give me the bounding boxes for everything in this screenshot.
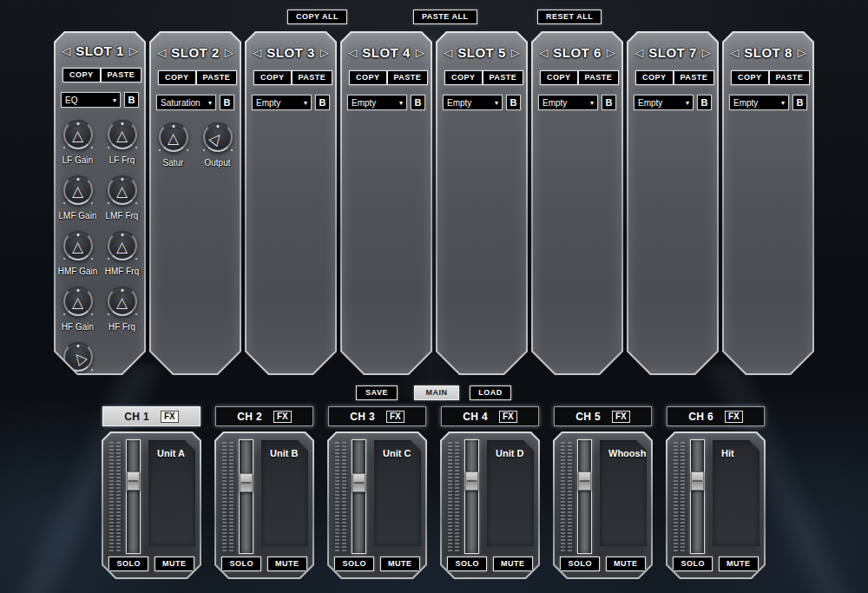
solo-button[interactable]: SOLO bbox=[334, 557, 374, 571]
channel-tab[interactable]: CH 1 FX bbox=[102, 406, 201, 426]
knob[interactable]: △ bbox=[63, 120, 93, 149]
effect-select[interactable]: Empty ▾ bbox=[538, 95, 598, 110]
slot-paste-button[interactable]: PASTE bbox=[674, 70, 715, 85]
volume-fader[interactable] bbox=[690, 439, 705, 554]
knob[interactable]: △ bbox=[63, 342, 93, 372]
solo-button[interactable]: SOLO bbox=[673, 557, 713, 571]
slot-copy-button[interactable]: COPY bbox=[731, 70, 769, 85]
knob[interactable]: △ bbox=[63, 231, 93, 260]
channel-fx-button[interactable]: FX bbox=[725, 411, 743, 423]
copy-all-button[interactable]: COPY ALL bbox=[287, 10, 347, 24]
bypass-button[interactable]: B bbox=[792, 95, 807, 110]
effect-select[interactable]: Empty ▾ bbox=[443, 95, 503, 110]
channel-tab[interactable]: CH 3 FX bbox=[328, 406, 426, 426]
effect-select[interactable]: Empty ▾ bbox=[729, 95, 789, 110]
slot-next-arrow-icon[interactable]: ▷ bbox=[320, 47, 329, 58]
slot-paste-button[interactable]: PASTE bbox=[387, 70, 429, 85]
knob[interactable]: △ bbox=[63, 287, 93, 316]
effect-select[interactable]: Empty ▾ bbox=[252, 95, 312, 110]
slot-prev-arrow-icon[interactable]: ◁ bbox=[730, 47, 739, 58]
slot-copy-button[interactable]: COPY bbox=[635, 70, 674, 85]
fader-handle[interactable] bbox=[465, 471, 478, 491]
fader-handle[interactable] bbox=[691, 471, 704, 491]
fader-handle[interactable] bbox=[578, 471, 591, 491]
mute-button[interactable]: MUTE bbox=[493, 557, 533, 571]
knob[interactable]: △ bbox=[108, 175, 137, 205]
slot-next-arrow-icon[interactable]: ▷ bbox=[225, 47, 233, 58]
mute-button[interactable]: MUTE bbox=[719, 557, 759, 571]
solo-button[interactable]: SOLO bbox=[447, 557, 487, 571]
knob[interactable]: △ bbox=[159, 122, 188, 152]
slot-prev-arrow-icon[interactable]: ◁ bbox=[348, 47, 357, 58]
channel-fx-button[interactable]: FX bbox=[386, 411, 404, 423]
bypass-button[interactable]: B bbox=[315, 95, 330, 110]
solo-button[interactable]: SOLO bbox=[221, 557, 261, 571]
knob[interactable]: △ bbox=[108, 231, 137, 260]
slot-copy-button[interactable]: COPY bbox=[349, 70, 387, 85]
slot-copy-button[interactable]: COPY bbox=[158, 70, 196, 85]
knob[interactable]: △ bbox=[203, 122, 233, 152]
slot-paste-button[interactable]: PASTE bbox=[578, 70, 620, 85]
reset-all-button[interactable]: RESET ALL bbox=[537, 10, 602, 24]
slot-prev-arrow-icon[interactable]: ◁ bbox=[157, 47, 166, 58]
volume-fader[interactable] bbox=[352, 439, 366, 554]
slot-prev-arrow-icon[interactable]: ◁ bbox=[62, 45, 70, 56]
slot-next-arrow-icon[interactable]: ▷ bbox=[607, 47, 615, 58]
slot-prev-arrow-icon[interactable]: ◁ bbox=[635, 47, 643, 58]
slot-prev-arrow-icon[interactable]: ◁ bbox=[444, 47, 452, 58]
slot-copy-button[interactable]: COPY bbox=[444, 70, 483, 85]
slot-next-arrow-icon[interactable]: ▷ bbox=[511, 47, 520, 58]
main-tab-button[interactable]: MAIN bbox=[414, 385, 459, 400]
slot-prev-arrow-icon[interactable]: ◁ bbox=[539, 47, 548, 58]
channel-tab[interactable]: CH 5 FX bbox=[554, 406, 652, 426]
slot-next-arrow-icon[interactable]: ▷ bbox=[129, 45, 138, 56]
channel-fx-button[interactable]: FX bbox=[612, 411, 630, 423]
volume-fader[interactable] bbox=[126, 439, 141, 554]
solo-button[interactable]: SOLO bbox=[108, 557, 148, 571]
paste-all-button[interactable]: PASTE ALL bbox=[413, 10, 477, 24]
solo-button[interactable]: SOLO bbox=[560, 557, 600, 571]
effect-select[interactable]: Saturation ▾ bbox=[156, 95, 216, 110]
slot-paste-button[interactable]: PASTE bbox=[101, 68, 142, 82]
channel-tab[interactable]: CH 2 FX bbox=[215, 406, 313, 426]
bypass-button[interactable]: B bbox=[411, 95, 425, 110]
bypass-button[interactable]: B bbox=[220, 95, 234, 110]
channel-fx-button[interactable]: FX bbox=[161, 411, 179, 423]
knob[interactable]: △ bbox=[108, 120, 137, 149]
fader-handle[interactable] bbox=[127, 471, 140, 491]
volume-fader[interactable] bbox=[239, 439, 253, 554]
channel-tab[interactable]: CH 4 FX bbox=[441, 406, 539, 426]
bypass-button[interactable]: B bbox=[697, 95, 712, 110]
fader-handle[interactable] bbox=[240, 473, 253, 492]
mute-button[interactable]: MUTE bbox=[606, 557, 646, 571]
slot-next-arrow-icon[interactable]: ▷ bbox=[702, 47, 711, 58]
slot-copy-button[interactable]: COPY bbox=[540, 70, 578, 85]
slot-next-arrow-icon[interactable]: ▷ bbox=[798, 47, 806, 58]
fader-handle[interactable] bbox=[352, 473, 365, 492]
slot-copy-button[interactable]: COPY bbox=[62, 68, 101, 82]
slot-paste-button[interactable]: PASTE bbox=[196, 70, 238, 85]
bypass-button[interactable]: B bbox=[602, 95, 616, 110]
knob[interactable]: △ bbox=[63, 175, 93, 205]
load-button[interactable]: LOAD bbox=[470, 385, 511, 400]
effect-select[interactable]: Empty ▾ bbox=[634, 95, 694, 110]
mute-button[interactable]: MUTE bbox=[267, 557, 307, 571]
channel-fx-button[interactable]: FX bbox=[273, 411, 292, 423]
slot-paste-button[interactable]: PASTE bbox=[769, 70, 811, 85]
volume-fader[interactable] bbox=[577, 439, 592, 554]
save-button[interactable]: SAVE bbox=[356, 385, 398, 400]
mute-button[interactable]: MUTE bbox=[380, 557, 420, 571]
effect-select[interactable]: Empty ▾ bbox=[347, 95, 407, 110]
slot-paste-button[interactable]: PASTE bbox=[483, 70, 524, 85]
slot-prev-arrow-icon[interactable]: ◁ bbox=[253, 47, 261, 58]
bypass-button[interactable]: B bbox=[506, 95, 521, 110]
effect-select[interactable]: EQ ▾ bbox=[61, 92, 121, 108]
volume-fader[interactable] bbox=[464, 439, 479, 554]
slot-paste-button[interactable]: PASTE bbox=[292, 70, 333, 85]
knob[interactable]: △ bbox=[108, 287, 137, 316]
channel-tab[interactable]: CH 6 FX bbox=[667, 406, 765, 426]
mute-button[interactable]: MUTE bbox=[155, 557, 194, 571]
slot-copy-button[interactable]: COPY bbox=[253, 70, 292, 85]
channel-fx-button[interactable]: FX bbox=[499, 411, 517, 423]
bypass-button[interactable]: B bbox=[124, 92, 139, 108]
